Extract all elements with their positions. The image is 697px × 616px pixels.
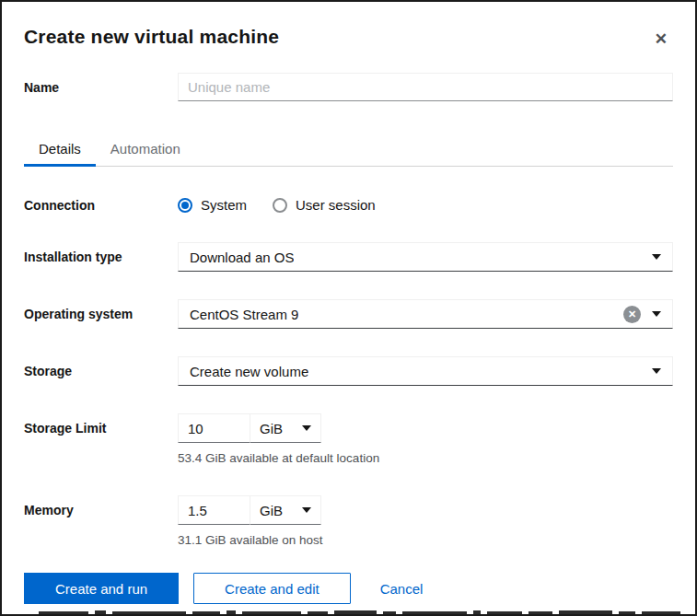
name-input[interactable] xyxy=(178,73,673,101)
caret-down-icon xyxy=(652,311,661,317)
radio-user-session-label: User session xyxy=(296,197,376,213)
connection-label: Connection xyxy=(24,198,178,213)
installation-type-value: Download an OS xyxy=(190,250,294,265)
memory-input[interactable] xyxy=(178,495,250,525)
storage-label: Storage xyxy=(24,364,178,378)
clear-selection-button[interactable]: ✕ xyxy=(623,306,641,323)
radio-user-session[interactable]: User session xyxy=(273,197,376,213)
dialog-title: Create new virtual machine xyxy=(24,26,279,48)
memory-unit-select[interactable]: GiB xyxy=(250,495,321,525)
clear-icon: ✕ xyxy=(628,308,636,320)
operating-system-select[interactable]: CentOS Stream 9 ✕ xyxy=(178,299,673,329)
radio-unselected-icon xyxy=(273,198,287,213)
caret-down-icon xyxy=(302,425,311,431)
operating-system-row: Operating system CentOS Stream 9 ✕ xyxy=(24,299,673,329)
dialog-footer: Create and run Create and edit Cancel xyxy=(2,573,695,604)
installation-type-label: Installation type xyxy=(24,250,178,264)
storage-select[interactable]: Create new volume xyxy=(178,356,673,386)
dialog-header: Create new virtual machine ✕ xyxy=(2,2,695,51)
dialog-body: Name Details Automation Connection Syste… xyxy=(2,73,695,547)
storage-limit-unit-select[interactable]: GiB xyxy=(250,413,321,443)
name-row: Name xyxy=(24,73,673,101)
memory-unit-value: GiB xyxy=(260,503,283,518)
storage-limit-unit-value: GiB xyxy=(260,421,283,436)
installation-type-select[interactable]: Download an OS xyxy=(178,242,673,272)
memory-row: Memory GiB 31.1 GiB available on host xyxy=(24,495,673,547)
tab-automation[interactable]: Automation xyxy=(96,133,195,166)
connection-row: Connection System User session xyxy=(24,197,673,213)
radio-system[interactable]: System xyxy=(178,197,247,213)
close-icon: ✕ xyxy=(655,30,668,48)
caret-down-icon xyxy=(652,254,661,260)
installation-type-row: Installation type Download an OS xyxy=(24,242,673,272)
storage-limit-input[interactable] xyxy=(178,413,250,443)
create-and-run-button[interactable]: Create and run xyxy=(24,573,179,604)
memory-label: Memory xyxy=(24,503,178,517)
caret-down-icon xyxy=(302,507,311,513)
operating-system-label: Operating system xyxy=(24,307,178,321)
radio-system-label: System xyxy=(201,197,247,213)
background-page-sliver xyxy=(2,609,695,614)
storage-limit-row: Storage Limit GiB 53.4 GiB available at … xyxy=(24,413,673,465)
radio-selected-icon xyxy=(178,198,192,213)
storage-limit-label: Storage Limit xyxy=(24,421,178,436)
caret-down-icon xyxy=(652,368,661,374)
cancel-button[interactable]: Cancel xyxy=(366,573,438,604)
operating-system-value: CentOS Stream 9 xyxy=(190,307,298,322)
name-label: Name xyxy=(24,80,178,95)
storage-value: Create new volume xyxy=(190,364,308,379)
create-and-edit-button[interactable]: Create and edit xyxy=(193,573,351,604)
close-button[interactable]: ✕ xyxy=(649,28,673,51)
memory-helper: 31.1 GiB available on host xyxy=(178,533,673,547)
storage-limit-helper: 53.4 GiB available at default location xyxy=(178,451,673,465)
create-vm-dialog: Create new virtual machine ✕ Name Detail… xyxy=(0,0,697,616)
tab-bar: Details Automation xyxy=(24,133,673,167)
modal-area: Create new virtual machine ✕ Name Detail… xyxy=(2,2,695,610)
storage-row: Storage Create new volume xyxy=(24,356,673,386)
tab-details[interactable]: Details xyxy=(24,133,96,166)
